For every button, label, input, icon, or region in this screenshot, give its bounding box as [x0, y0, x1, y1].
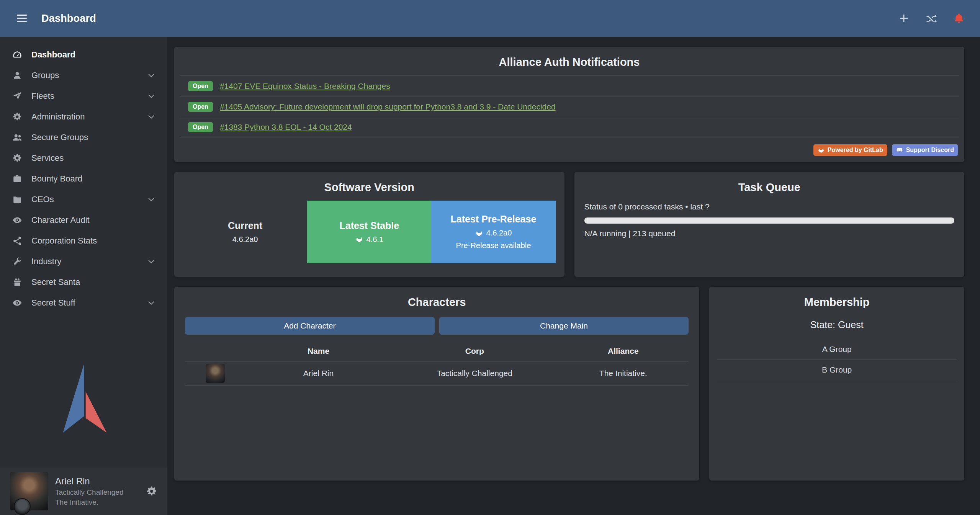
software-version-panel: Software Version Current 4.6.2a0 Latest … — [174, 172, 564, 277]
user-meta: Ariel Rin Tactically Challenged The Init… — [55, 476, 124, 507]
column-header-corp: Corp — [391, 341, 558, 361]
task-queue-counts: N/A running | 213 queued — [584, 229, 955, 238]
version-value: 4.6.2a0 — [486, 229, 512, 237]
sidebar-user-panel: Ariel Rin Tactically Challenged The Init… — [0, 468, 167, 515]
sidebar-item-ceos[interactable]: CEOs — [0, 189, 167, 210]
wrench-icon — [11, 257, 23, 266]
menu-icon — [15, 12, 28, 25]
sidebar-item-secret-stuff[interactable]: Secret Stuff — [0, 293, 167, 313]
bell-icon — [953, 13, 965, 24]
characters-row: Characters Add Character Change Main N — [174, 287, 964, 481]
sidebar: Dashboard Groups Fleets Administration — [0, 37, 167, 515]
sidebar-item-dashboard[interactable]: Dashboard — [0, 44, 167, 65]
characters-body: Add Character Change Main Name Corp Alli — [174, 316, 699, 393]
sidebar-item-label: Secure Groups — [31, 132, 88, 142]
version-prerelease: Latest Pre-Release 4.6.2a0 Pre-Release a… — [431, 201, 555, 263]
version-stable: Latest Stable 4.6.1 — [307, 201, 431, 263]
version-value: 4.6.2a0 — [232, 235, 258, 244]
sidebar-item-label: Bounty Board — [31, 174, 82, 184]
alliance-auth-logo — [51, 363, 116, 435]
gift-icon — [11, 277, 23, 287]
sidebar-item-label: Corporation Stats — [31, 236, 97, 246]
sidebar-item-fleets[interactable]: Fleets — [0, 86, 167, 106]
user-alliance: The Initiative. — [55, 498, 124, 507]
support-discord-badge[interactable]: Support Discord — [892, 144, 958, 156]
characters-buttons: Add Character Change Main — [185, 317, 689, 335]
add-button[interactable] — [898, 13, 910, 24]
sidebar-item-secure-groups[interactable]: Secure Groups — [0, 127, 167, 148]
version-note: Pre-Release available — [456, 241, 531, 250]
user-settings-button[interactable] — [146, 486, 157, 497]
plus-icon — [898, 13, 910, 24]
status-badge: Open — [188, 122, 213, 132]
task-queue-status: Status of 0 processed tasks • last ? — [584, 202, 955, 211]
discord-icon — [896, 147, 903, 154]
sidebar-toggle-button[interactable] — [15, 12, 28, 25]
eye-icon — [11, 298, 23, 308]
software-version-title: Software Version — [174, 172, 564, 201]
navbar-actions — [898, 13, 965, 24]
sidebar-item-administration[interactable]: Administration — [0, 106, 167, 127]
sidebar-item-label: Character Audit — [31, 215, 90, 225]
gear-icon — [146, 486, 157, 497]
sidebar-item-label: Dashboard — [31, 50, 75, 60]
powered-by-gitlab-badge[interactable]: Powered by GitLab — [813, 144, 887, 156]
share-nodes-icon — [11, 236, 23, 246]
list-item: A Group — [717, 339, 957, 360]
sidebar-item-services[interactable]: Services — [0, 148, 167, 168]
badge-label: Support Discord — [906, 147, 954, 154]
chevron-down-icon — [147, 195, 156, 204]
character-alliance: The Initiative. — [558, 361, 689, 385]
character-portrait — [206, 364, 225, 383]
table-row: Ariel Rin Tactically Challenged The Init… — [185, 361, 689, 385]
tachometer-icon — [11, 50, 23, 60]
membership-state: State: Guest — [717, 319, 957, 330]
sidebar-menu: Dashboard Groups Fleets Administration — [0, 37, 167, 313]
change-main-button[interactable]: Change Main — [439, 317, 689, 335]
add-character-button[interactable]: Add Character — [185, 317, 435, 335]
notification-link[interactable]: #1405 Advisory: Future development will … — [220, 102, 556, 111]
sidebar-item-character-audit[interactable]: Character Audit — [0, 210, 167, 231]
shuffle-icon — [926, 13, 937, 24]
notifications-footer: Powered by GitLab Support Discord — [174, 137, 964, 162]
user-name: Ariel Rin — [55, 476, 124, 487]
gitlab-icon — [818, 147, 825, 154]
sidebar-item-secret-santa[interactable]: Secret Santa — [0, 272, 167, 293]
sidebar-item-groups[interactable]: Groups — [0, 65, 167, 86]
sidebar-item-label: Groups — [31, 70, 59, 80]
sidebar-item-label: Administration — [31, 112, 85, 122]
sidebar-item-bounty-board[interactable]: Bounty Board — [0, 168, 167, 189]
notifications-panel: Alliance Auth Notifications Open #1407 E… — [174, 47, 964, 162]
gears-icon — [11, 112, 23, 122]
notification-link[interactable]: #1407 EVE Equinox Status - Breaking Chan… — [220, 82, 390, 91]
version-label: Latest Pre-Release — [451, 214, 537, 225]
badge-label: Powered by GitLab — [828, 147, 883, 154]
notification-link[interactable]: #1383 Python 3.8 EOL - 14 Oct 2024 — [220, 123, 352, 132]
sidebar-item-corporation-stats[interactable]: Corporation Stats — [0, 231, 167, 251]
chevron-down-icon — [147, 92, 156, 101]
notification-row: Open #1405 Advisory: Future development … — [180, 96, 959, 117]
characters-table-header: Name Corp Alliance — [185, 341, 689, 361]
fleet-icon — [11, 91, 23, 101]
user-icon — [11, 70, 23, 80]
corp-logo — [14, 498, 31, 515]
task-queue-title: Task Queue — [574, 172, 965, 201]
characters-title: Characters — [174, 287, 699, 316]
sidebar-item-label: Fleets — [31, 91, 54, 101]
sidebar-item-industry[interactable]: Industry — [0, 251, 167, 272]
user-corp: Tactically Challenged — [55, 488, 124, 497]
status-badge: Open — [188, 81, 213, 91]
chevron-down-icon — [147, 71, 156, 80]
version-label: Current — [228, 220, 262, 231]
random-character-button[interactable] — [926, 13, 937, 24]
status-row: Software Version Current 4.6.2a0 Latest … — [174, 172, 964, 277]
sidebar-item-label: CEOs — [31, 195, 54, 204]
gitlab-icon — [355, 235, 363, 243]
chevron-down-icon — [147, 112, 156, 121]
sidebar-item-label: Services — [31, 153, 64, 163]
sidebar-item-label: Industry — [31, 257, 61, 266]
cogs-icon — [11, 153, 23, 163]
notifications-bell-button[interactable] — [953, 13, 965, 24]
chevron-down-icon — [147, 257, 156, 266]
character-corp: Tactically Challenged — [391, 361, 558, 385]
